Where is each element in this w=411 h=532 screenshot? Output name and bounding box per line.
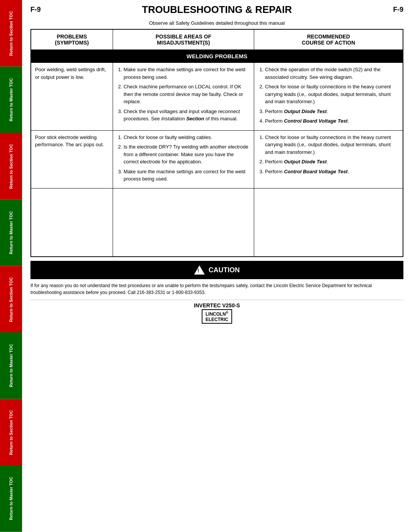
troubleshooting-table: PROBLEMS(SYMPTOMS) POSSIBLE AREAS OFMISA…	[30, 29, 403, 257]
recommended-1: Check the operation of the mode switch (…	[254, 63, 403, 131]
sidebar-return-master-4[interactable]: Return to Master TOC	[0, 465, 22, 532]
caution-note: If for any reason you do not understand …	[30, 282, 403, 296]
footer: INVERTEC V250-S LINCOLN® ELECTRIC	[30, 300, 403, 324]
side-tabs: Return to Section TOC Return to Master T…	[0, 0, 22, 532]
problem-2: Poor stick electrode welding performance…	[31, 130, 113, 188]
caution-triangle-icon	[194, 265, 205, 275]
misadj-1: Make sure the machine settings are corre…	[113, 63, 254, 131]
page-title: TROUBLESHOOTING & REPAIR	[41, 4, 393, 16]
header-recommended: RECOMMENDEDCOURSE OF ACTION	[254, 29, 403, 50]
sidebar-return-section-3[interactable]: Return to Section TOC	[0, 266, 22, 333]
registered-mark: ®	[226, 311, 228, 315]
sidebar-return-master-2[interactable]: Return to Master TOC	[0, 200, 22, 266]
table-row: Poor welding, weld settings drift, or ou…	[31, 63, 403, 131]
safety-note: Observe all Safety Guidelines detailed t…	[30, 20, 403, 26]
header-problems: PROBLEMS(SYMPTOMS)	[31, 29, 113, 50]
problem-1: Poor welding, weld settings drift, or ou…	[31, 63, 113, 131]
page-code-right: F-9	[393, 6, 403, 14]
caution-box: CAUTION	[30, 261, 403, 279]
header-misadjustments: POSSIBLE AREAS OFMISADJUSTMENT(S)	[113, 29, 254, 50]
sidebar-return-master-3[interactable]: Return to Master TOC	[0, 332, 22, 399]
brand-sub: ELECTRIC	[206, 317, 228, 322]
sidebar-return-section-4[interactable]: Return to Section TOC	[0, 399, 22, 466]
sidebar-return-section-2[interactable]: Return to Section TOC	[0, 133, 22, 200]
table-row-empty	[31, 188, 403, 257]
sidebar-return-section-1[interactable]: Return to Section TOC	[0, 0, 22, 67]
caution-label: CAUTION	[209, 266, 240, 274]
page-header: F-9 TROUBLESHOOTING & REPAIR F-9	[30, 4, 403, 17]
section-header-label: WELDING PROBLEMS	[31, 50, 403, 63]
footer-product: INVERTEC V250-S	[30, 302, 403, 308]
brand-name: LINCOLN	[206, 312, 226, 317]
misadj-2: Check for loose or faulty welding cables…	[113, 130, 254, 188]
lincoln-logo: LINCOLN® ELECTRIC	[202, 309, 232, 324]
recommended-2: Check for loose or faulty connections in…	[254, 130, 403, 188]
sidebar-return-master-1[interactable]: Return to Master TOC	[0, 67, 22, 133]
section-header-row: WELDING PROBLEMS	[31, 50, 403, 63]
table-row: Poor stick electrode welding performance…	[31, 130, 403, 188]
page-code-left: F-9	[30, 6, 41, 14]
